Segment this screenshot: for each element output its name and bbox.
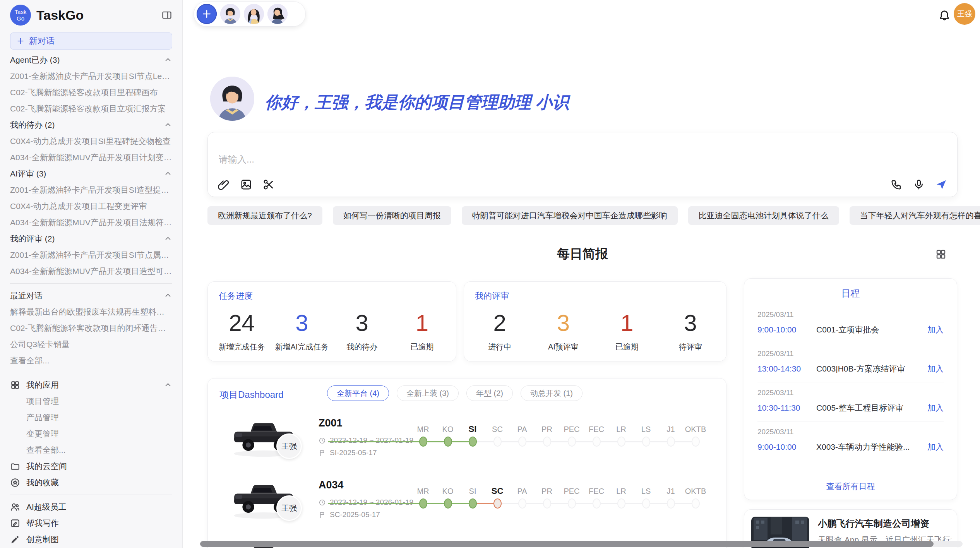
list-item[interactable]: C02-飞腾新能源轻客改款项目里程碑画布 (10, 84, 172, 101)
avatar[interactable] (244, 4, 264, 24)
sidebar-item-my-apps[interactable]: 我的应用 (10, 377, 172, 393)
chevron-up-icon[interactable] (164, 170, 172, 178)
suggestion-chip[interactable]: 如何写一份清晰的项目周报 (333, 206, 451, 225)
list-item[interactable]: A034-全新新能源MUV产品开发项目法规符合性评审 (10, 214, 172, 231)
list-item[interactable]: A034-全新新能源MUV产品开发项目造型可行性评审 (10, 263, 172, 279)
user-avatar-label: 王强 (957, 9, 972, 19)
send-icon[interactable] (935, 179, 947, 190)
view-all-schedule-link[interactable]: 查看所有日程 (744, 481, 957, 492)
chevron-up-icon[interactable] (164, 56, 172, 64)
new-chat-label: 新对话 (29, 35, 55, 47)
list-item[interactable]: C02-飞腾新能源轻客改款项目的闭环通告反馈情况 (10, 320, 172, 336)
chevron-up-icon[interactable] (164, 235, 172, 243)
chevron-up-icon[interactable] (164, 381, 172, 389)
sidebar-item-write-helper[interactable]: 帮我写作 (10, 515, 172, 531)
stat-label: 已逾期 (595, 342, 659, 352)
sidebar-item-favorites[interactable]: 我的收藏 (10, 474, 172, 491)
avatar[interactable] (220, 4, 240, 24)
pen-icon (10, 534, 20, 545)
milestone: MR (411, 486, 435, 509)
stat: 3 新增AI完成任务 (272, 310, 332, 352)
project-row[interactable]: 王强 A034 2023-12-19 ~ 2026-01-19 SC-2025-… (208, 474, 726, 536)
join-link[interactable]: 加入 (927, 402, 944, 413)
suggestion-chip[interactable]: 欧洲新规最近颁布了什么? (207, 206, 322, 225)
schedule-card: 日程 2025/03/11 9:00-10:00 C001-立项审批会 加入 2… (744, 278, 957, 500)
divider (10, 495, 172, 495)
join-link[interactable]: 加入 (927, 324, 944, 335)
filter-chip[interactable]: 年型 (2) (466, 385, 513, 401)
filter-chip[interactable]: 动总开发 (1) (521, 385, 583, 401)
scissors-icon[interactable] (263, 179, 274, 190)
phone-icon[interactable] (891, 179, 902, 190)
list-item[interactable]: A034-全新新能源MUV产品开发项目计划变更表编写 (10, 149, 172, 166)
suggestion-chip[interactable]: 比亚迪全固态电池计划具体说了什么 (688, 206, 839, 225)
milestone-dot (667, 437, 675, 447)
list-item[interactable]: 公司Q3轻卡销量 (10, 336, 172, 353)
filter-chip[interactable]: 全新上装 (3) (397, 385, 459, 401)
list-item[interactable]: Z001-全新燃油皮卡产品开发项目SI节点Lesson Learn报告 (10, 68, 172, 84)
sidebar-item-change-mgmt[interactable]: 变更管理 (10, 426, 172, 442)
schedule-date: 2025/03/11 (757, 349, 944, 358)
schedule-item[interactable]: 2025/03/11 9:00-10:00 C001-立项审批会 加入 (757, 304, 944, 343)
app-logo-bottom: Go (17, 15, 24, 22)
join-link[interactable]: 加入 (927, 442, 944, 452)
list-item[interactable]: C02-飞腾新能源轻客改款项目立项汇报方案 (10, 101, 172, 117)
new-chat-button[interactable]: 新对话 (10, 33, 172, 50)
add-session-button[interactable] (197, 4, 217, 24)
join-link[interactable]: 加入 (927, 363, 944, 374)
session-switcher (194, 1, 306, 27)
stat-value: 1 (392, 310, 452, 336)
suggestion-chip[interactable]: 特朗普可能对进口汽车增税会对中国车企造成哪些影响 (462, 206, 678, 225)
stat-value: 3 (272, 310, 332, 336)
stat-value: 1 (595, 310, 659, 336)
chat-input[interactable] (219, 154, 799, 165)
list-item[interactable]: C0X4-动力总成开发项目工程变更评审 (10, 198, 172, 214)
schedule-item[interactable]: 2025/03/11 10:30-11:30 C005-整车工程目标评审 加入 (757, 382, 944, 421)
sidebar-item-product-mgmt[interactable]: 产品管理 (10, 409, 172, 426)
stat-value: 3 (659, 310, 722, 336)
suggestion-chip[interactable]: 当下年轻人对汽车外观有怎样的喜好趋势 (850, 206, 980, 225)
view-all-apps[interactable]: 查看全部... (10, 442, 172, 458)
notification-bell-icon[interactable] (938, 9, 951, 22)
user-avatar[interactable]: 王强 (954, 3, 975, 25)
milestone-dot (518, 498, 526, 509)
horizontal-scrollbar-thumb[interactable] (200, 541, 934, 547)
sidebar-item-cloud-space[interactable]: 我的云空间 (10, 458, 172, 474)
section-agent-done[interactable]: Agent已办 (3) (10, 52, 172, 68)
section-recent-chats[interactable]: 最近对话 (10, 288, 172, 304)
list-item[interactable]: Z001-全新燃油轻卡产品开发项目SI造型提交物评审 (10, 182, 172, 198)
schedule-date: 2025/03/11 (757, 428, 944, 436)
list-item[interactable]: C0X4-动力总成开发项目SI里程碑提交物检查 (10, 133, 172, 149)
schedule-name: C001-立项审批会 (816, 324, 927, 335)
image-icon[interactable] (240, 179, 252, 190)
section-my-todo[interactable]: 我的待办 (2) (10, 117, 172, 133)
paperclip-icon[interactable] (218, 179, 230, 190)
sidebar-item-ai-staff[interactable]: AI超级员工 (10, 499, 172, 515)
list-item[interactable]: Z001-全新燃油轻卡产品开发项目SI节点属性5D文件评审 (10, 247, 172, 263)
microphone-icon[interactable] (913, 179, 925, 190)
sidebar-item-creative-draw[interactable]: 创意制图 (10, 531, 172, 548)
section-my-review[interactable]: 我的评审 (2) (10, 231, 172, 247)
sidebar-collapse-icon[interactable] (161, 10, 172, 21)
view-all-recent[interactable]: 查看全部... (10, 353, 172, 369)
chevron-up-icon[interactable] (164, 121, 172, 129)
milestone: PR (535, 424, 559, 447)
project-row[interactable]: 王强 Z001 2023-12-19 ~ 2027-01-19 SI-2025-… (208, 412, 726, 474)
schedule-name: C003|H0B-方案冻结评审 (816, 363, 927, 374)
milestone-dot (543, 437, 551, 447)
avatar[interactable] (267, 4, 288, 24)
stat: 3 待评审 (659, 310, 722, 352)
horizontal-scrollbar-track[interactable] (200, 541, 963, 547)
chevron-up-icon[interactable] (164, 291, 172, 300)
schedule-item[interactable]: 2025/03/11 9:00-10:00 X003-车辆动力学性能验... 加… (757, 421, 944, 460)
schedule-item[interactable]: 2025/03/11 13:00-14:30 C003|H0B-方案冻结评审 加… (757, 343, 944, 382)
stat-label: 新增完成任务 (212, 342, 272, 352)
list-item[interactable]: 解释最新出台的欧盟报废车法规再生塑料比例被调至15%... (10, 304, 172, 320)
stat-value: 3 (531, 310, 595, 336)
layout-grid-icon[interactable] (935, 248, 947, 260)
section-ai-review[interactable]: AI评审 (3) (10, 166, 172, 182)
milestone-dot (692, 437, 700, 447)
sidebar-item-project-mgmt[interactable]: 项目管理 (10, 393, 172, 409)
filter-chip[interactable]: 全新平台 (4) (327, 385, 389, 401)
schedule-time: 13:00-14:30 (757, 364, 816, 373)
